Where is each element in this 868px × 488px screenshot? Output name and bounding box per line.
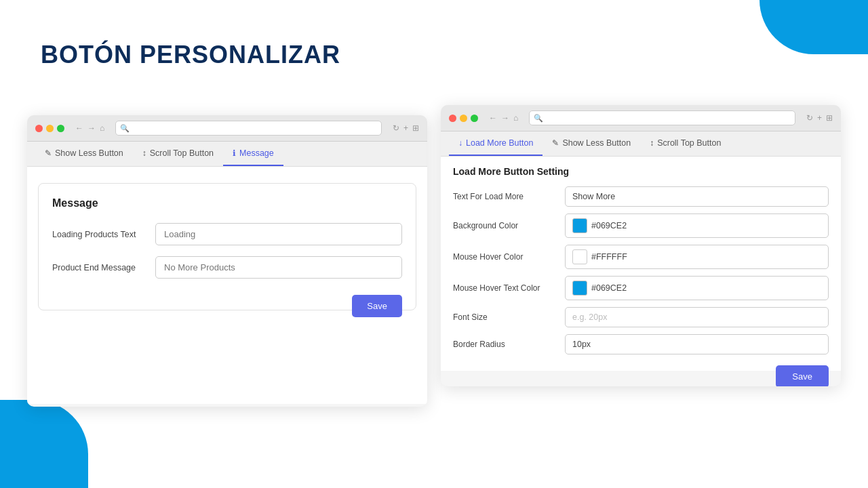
refresh-icon-right[interactable]: ↻	[806, 113, 813, 123]
scroll-icon: ↕	[142, 148, 146, 158]
home-icon[interactable]: ⌂	[100, 123, 104, 133]
tab-scroll-top-button-right[interactable]: ↕ Scroll Top Button	[640, 131, 730, 156]
load-icon: ↓	[458, 138, 462, 148]
settings-section-title: Load More Button Setting	[453, 166, 829, 177]
browser-chrome-right: ← → ⌂ 🔍 ↻ + ⊞	[441, 105, 841, 131]
browser-nav-right: ← → ⌂	[489, 113, 518, 123]
product-end-label: Product End Message	[52, 263, 147, 272]
plus-icon[interactable]: +	[403, 123, 408, 133]
corner-decoration-bottom-left	[0, 400, 88, 488]
window-controls	[35, 125, 64, 132]
tab-show-less-button-right[interactable]: ✎ Show Less Button	[542, 131, 640, 156]
scroll-icon-right: ↕	[650, 138, 654, 148]
refresh-icon[interactable]: ↻	[393, 123, 399, 133]
browser-actions-left: ↻ + ⊞	[393, 123, 419, 133]
loading-products-label: Loading Products Text	[52, 230, 147, 239]
maximize-button[interactable]	[57, 125, 64, 132]
browser-window-left: ← → ⌂ 🔍 ↻ + ⊞ ✎ Show Less Button ↕ Scrol…	[27, 115, 427, 407]
text-for-load-more-row: Text For Load More	[453, 186, 829, 207]
border-radius-label: Border Radius	[453, 340, 558, 349]
tab-scroll-top-button[interactable]: ↕ Scroll Top Button	[133, 142, 223, 166]
mouse-hover-color-swatch[interactable]	[572, 249, 587, 264]
corner-decoration-top-right	[760, 0, 868, 54]
loading-products-row: Loading Products Text	[52, 223, 402, 245]
back-arrow-icon[interactable]: ←	[75, 123, 83, 133]
tab-bar-left: ✎ Show Less Button ↕ Scroll Top Button ℹ…	[27, 142, 427, 167]
mouse-hover-text-color-row: Mouse Hover Text Color #069CE2	[453, 276, 829, 300]
mouse-hover-text-color-label: Mouse Hover Text Color	[453, 283, 558, 293]
product-end-input[interactable]	[155, 256, 402, 279]
mouse-hover-color-label: Mouse Hover Color	[453, 252, 558, 262]
browser-content-left: Message Loading Products Text Product En…	[27, 167, 427, 404]
browser-nav: ← → ⌂	[75, 123, 104, 133]
plus-icon-right[interactable]: +	[817, 113, 822, 123]
loading-products-input[interactable]	[155, 223, 402, 245]
background-color-input-wrapper[interactable]: #069CE2	[565, 214, 829, 238]
browser-window-right: ← → ⌂ 🔍 ↻ + ⊞ ↓ Load More Button ✎ Show …	[441, 105, 841, 386]
background-color-swatch[interactable]	[572, 218, 587, 233]
mouse-hover-color-value: #FFFFFF	[591, 252, 627, 262]
window-controls-right	[449, 115, 478, 122]
back-arrow-icon-right[interactable]: ←	[489, 113, 497, 123]
font-size-label: Font Size	[453, 312, 558, 322]
close-button[interactable]	[35, 125, 43, 132]
page-title: BOTÓN PERSONALIZAR	[41, 41, 340, 69]
background-color-label: Background Color	[453, 221, 558, 230]
address-bar-right[interactable]: 🔍	[529, 110, 795, 125]
font-size-input[interactable]	[565, 307, 829, 327]
maximize-button-right[interactable]	[471, 115, 478, 122]
forward-arrow-icon[interactable]: →	[87, 123, 96, 133]
mouse-hover-text-color-swatch[interactable]	[572, 281, 587, 296]
border-radius-input[interactable]	[565, 334, 829, 354]
minimize-button[interactable]	[46, 125, 54, 132]
edit-icon: ✎	[45, 148, 52, 158]
search-icon-right: 🔍	[534, 114, 543, 123]
mouse-hover-color-row: Mouse Hover Color #FFFFFF	[453, 245, 829, 269]
info-icon: ℹ	[233, 148, 236, 158]
search-icon: 🔍	[120, 124, 130, 133]
message-section: Message Loading Products Text Product En…	[38, 183, 416, 310]
text-for-load-more-label: Text For Load More	[453, 192, 558, 201]
save-button-left[interactable]: Save	[352, 295, 402, 317]
tab-message[interactable]: ℹ Message	[223, 142, 283, 166]
edit-icon-right: ✎	[552, 138, 559, 148]
close-button-right[interactable]	[449, 115, 456, 122]
tab-bar-right: ↓ Load More Button ✎ Show Less Button ↕ …	[441, 131, 841, 157]
home-icon-right[interactable]: ⌂	[513, 113, 518, 123]
minimize-button-right[interactable]	[460, 115, 467, 122]
border-radius-row: Border Radius	[453, 334, 829, 354]
mouse-hover-text-color-input-wrapper[interactable]: #069CE2	[565, 276, 829, 300]
more-icon-right[interactable]: ⊞	[826, 113, 833, 123]
text-for-load-more-input[interactable]	[565, 186, 829, 207]
mouse-hover-text-color-value: #069CE2	[591, 283, 627, 293]
more-icon[interactable]: ⊞	[412, 123, 419, 133]
browser-content-right: Load More Button Setting Text For Load M…	[441, 157, 841, 371]
tab-load-more-button[interactable]: ↓ Load More Button	[449, 131, 542, 156]
message-section-title: Message	[52, 197, 402, 209]
font-size-row: Font Size	[453, 307, 829, 327]
tab-show-less-button[interactable]: ✎ Show Less Button	[35, 142, 133, 166]
background-color-value: #069CE2	[591, 221, 627, 230]
browser-chrome-left: ← → ⌂ 🔍 ↻ + ⊞	[27, 115, 427, 142]
mouse-hover-color-input-wrapper[interactable]: #FFFFFF	[565, 245, 829, 269]
forward-arrow-icon-right[interactable]: →	[501, 113, 509, 123]
save-button-right[interactable]: Save	[776, 365, 829, 386]
address-bar-left[interactable]: 🔍	[115, 121, 382, 136]
product-end-row: Product End Message	[52, 256, 402, 279]
browser-actions-right: ↻ + ⊞	[806, 113, 833, 123]
background-color-row: Background Color #069CE2	[453, 214, 829, 238]
